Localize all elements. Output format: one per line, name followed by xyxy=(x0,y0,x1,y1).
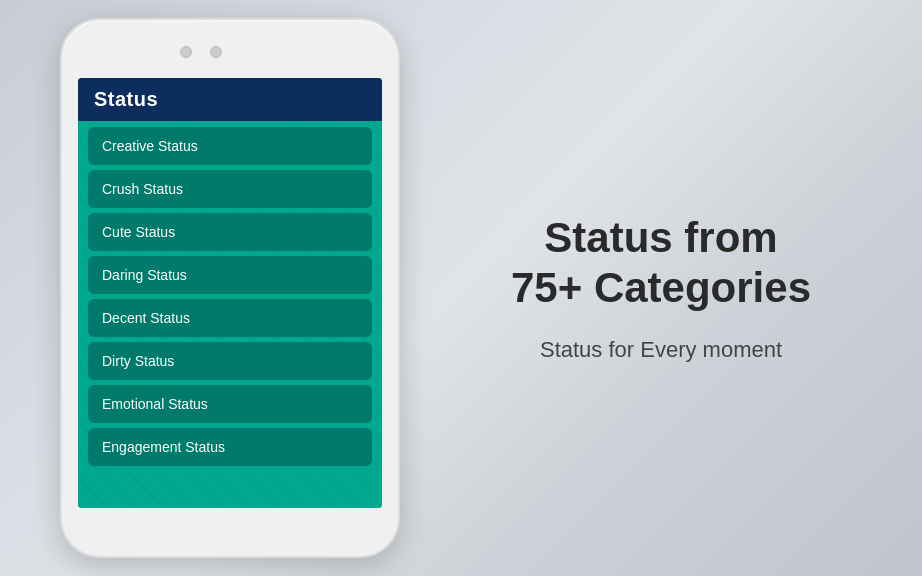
list-item-emotional-status[interactable]: Emotional Status xyxy=(88,385,372,423)
list-item-label-daring-status: Daring Status xyxy=(102,267,187,283)
list-item-creative-status[interactable]: Creative Status xyxy=(88,127,372,165)
app-title: Status xyxy=(94,88,158,110)
list-item-cute-status[interactable]: Cute Status xyxy=(88,213,372,251)
status-list: Creative StatusCrush StatusCute StatusDa… xyxy=(78,121,382,472)
list-item-label-dirty-status: Dirty Status xyxy=(102,353,174,369)
phone-screen: Status Creative StatusCrush StatusCute S… xyxy=(78,78,382,508)
right-content: Status from75+ Categories Status for Eve… xyxy=(400,213,922,364)
list-item-engagement-status[interactable]: Engagement Status xyxy=(88,428,372,466)
list-item-label-cute-status: Cute Status xyxy=(102,224,175,240)
list-item-decent-status[interactable]: Decent Status xyxy=(88,299,372,337)
subheadline: Status for Every moment xyxy=(540,337,782,363)
list-item-dirty-status[interactable]: Dirty Status xyxy=(88,342,372,380)
app-header: Status xyxy=(78,78,382,121)
list-item-label-creative-status: Creative Status xyxy=(102,138,198,154)
list-item-label-crush-status: Crush Status xyxy=(102,181,183,197)
list-item-crush-status[interactable]: Crush Status xyxy=(88,170,372,208)
headline: Status from75+ Categories xyxy=(511,213,811,314)
phone-mockup: Status Creative StatusCrush StatusCute S… xyxy=(60,18,400,558)
phone-camera-right xyxy=(210,46,222,58)
phone-camera-left xyxy=(180,46,192,58)
list-item-daring-status[interactable]: Daring Status xyxy=(88,256,372,294)
list-item-label-engagement-status: Engagement Status xyxy=(102,439,225,455)
list-item-label-decent-status: Decent Status xyxy=(102,310,190,326)
list-item-label-emotional-status: Emotional Status xyxy=(102,396,208,412)
